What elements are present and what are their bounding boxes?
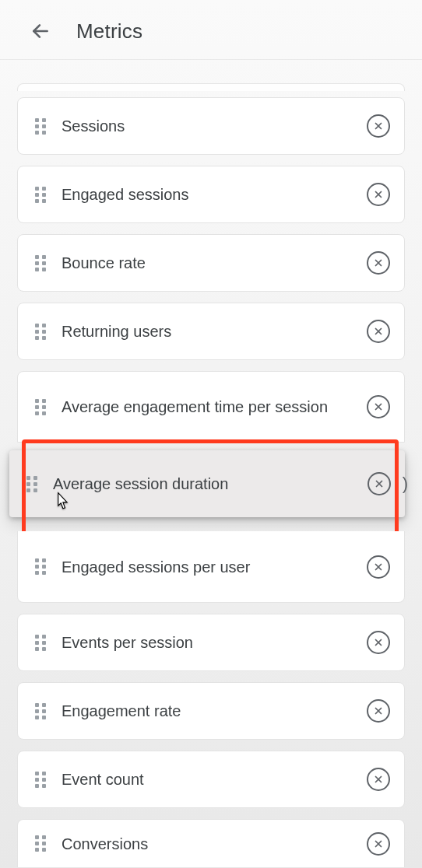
drag-handle-icon[interactable]: [33, 835, 47, 852]
close-icon: [373, 189, 384, 200]
remove-button[interactable]: [367, 768, 390, 791]
metric-item-engagement-rate[interactable]: Engagement rate: [17, 682, 405, 740]
metrics-panel: Metrics Sessions Engaged sessions Bounce…: [0, 0, 422, 868]
remove-button[interactable]: [367, 472, 391, 495]
remove-button[interactable]: [367, 183, 390, 206]
metric-label: Bounce rate: [62, 253, 353, 273]
close-icon: [373, 401, 384, 412]
remove-button[interactable]: [367, 395, 390, 418]
metric-label: Sessions: [62, 116, 353, 136]
back-button[interactable]: [26, 17, 55, 45]
list-top-edge: [17, 83, 405, 91]
metric-item-event-count[interactable]: Event count: [17, 751, 405, 808]
stray-paren-glyph: ): [403, 474, 408, 494]
remove-button[interactable]: [367, 631, 390, 654]
metric-label: Engagement rate: [62, 701, 353, 721]
remove-button[interactable]: [367, 832, 390, 856]
metric-item-events-per-session[interactable]: Events per session: [17, 614, 405, 671]
drag-handle-icon[interactable]: [33, 634, 47, 651]
metric-label: Event count: [62, 769, 353, 789]
metric-item-returning-users[interactable]: Returning users: [17, 303, 405, 360]
metric-label: Average session duration: [53, 474, 353, 494]
remove-button[interactable]: [367, 251, 390, 275]
close-icon: [373, 257, 384, 268]
metric-item-sessions[interactable]: Sessions: [17, 97, 405, 155]
drag-handle-icon[interactable]: [33, 558, 47, 576]
drag-handle-icon[interactable]: [33, 254, 47, 271]
drag-handle-icon[interactable]: [33, 186, 47, 203]
close-icon: [373, 705, 384, 716]
close-icon: [373, 774, 384, 785]
close-icon: [373, 326, 384, 337]
metric-item-bounce-rate[interactable]: Bounce rate: [17, 234, 405, 292]
metric-item-avg-engagement-time[interactable]: Average engagement time per session: [17, 371, 405, 443]
metric-item-avg-session-duration[interactable]: Average session duration ): [9, 450, 405, 517]
metric-label: Events per session: [62, 632, 353, 653]
remove-button[interactable]: [367, 114, 390, 138]
metric-label: Engaged sessions: [62, 184, 353, 205]
drag-handle-icon[interactable]: [33, 702, 47, 719]
metric-label: Average engagement time per session: [62, 397, 353, 417]
metric-label: Engaged sessions per user: [62, 557, 353, 577]
arrow-left-icon: [30, 21, 51, 41]
close-icon: [374, 478, 385, 489]
metric-label: Conversions: [62, 834, 353, 854]
metric-item-conversions[interactable]: Conversions: [17, 819, 405, 867]
metric-label: Returning users: [62, 321, 353, 341]
metric-item-engaged-sessions-per-user[interactable]: Engaged sessions per user: [17, 531, 405, 603]
drag-handle-icon[interactable]: [33, 771, 47, 788]
drag-handle-icon[interactable]: [33, 398, 47, 415]
metrics-list: Sessions Engaged sessions Bounce rate Re…: [0, 60, 422, 867]
remove-button[interactable]: [367, 555, 390, 579]
close-icon: [373, 121, 384, 131]
panel-header: Metrics: [0, 0, 422, 60]
close-icon: [373, 637, 384, 648]
drag-handle-icon[interactable]: [25, 475, 39, 492]
drag-handle-icon[interactable]: [33, 323, 47, 340]
metric-item-engaged-sessions[interactable]: Engaged sessions: [17, 166, 405, 223]
close-icon: [373, 562, 384, 572]
drag-handle-icon[interactable]: [33, 117, 47, 135]
remove-button[interactable]: [367, 320, 390, 343]
close-icon: [373, 838, 384, 849]
drag-slot: Average session duration ): [17, 453, 405, 531]
panel-title: Metrics: [76, 19, 142, 44]
remove-button[interactable]: [367, 699, 390, 723]
